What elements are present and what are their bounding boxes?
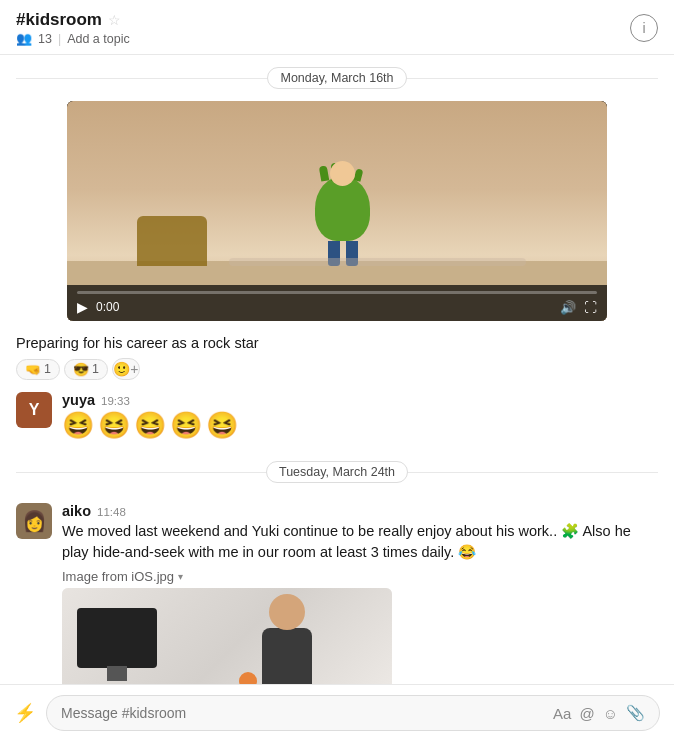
- video-caption-section: Preparing for his career as a rock star …: [0, 325, 674, 384]
- yuya-message: Y yuya 19:33 😆 😆 😆 😆 😆: [0, 384, 674, 449]
- yuya-message-content: yuya 19:33 😆 😆 😆 😆 😆: [62, 392, 658, 441]
- date-pill-monday: Monday, March 16th: [267, 67, 406, 89]
- date-divider-tuesday: Tuesday, March 24th: [0, 449, 674, 495]
- reaction-fist[interactable]: 🤜 1: [16, 359, 60, 380]
- channel-header: #kidsroom ☆ 👥 13 | Add a topic i: [0, 0, 674, 55]
- aiko-avatar: 👩: [16, 503, 52, 539]
- input-bar: ⚡ Aa @ ☺ 📎: [0, 684, 674, 741]
- star-icon[interactable]: ☆: [108, 12, 121, 28]
- meta-separator: |: [58, 32, 61, 46]
- aiko-message: 👩 aiko 11:48 We moved last weekend and Y…: [0, 495, 674, 684]
- image-label: Image from iOS.jpg: [62, 569, 174, 584]
- image-label-row: Image from iOS.jpg ▾: [62, 569, 658, 584]
- date-pill-tuesday: Tuesday, March 24th: [266, 461, 408, 483]
- progress-bar[interactable]: [77, 291, 597, 294]
- emoji-icon[interactable]: ☺: [603, 705, 618, 722]
- reactions-row: 🤜 1 😎 1 🙂+: [16, 358, 658, 380]
- yuya-avatar: Y: [16, 392, 52, 428]
- dropdown-icon[interactable]: ▾: [178, 571, 183, 582]
- image-preview: [62, 588, 392, 684]
- image-preview-inner: [62, 588, 392, 684]
- yuya-emoji-3: 😆: [134, 410, 166, 441]
- channel-title-row: #kidsroom ☆: [16, 10, 130, 30]
- controls-left: ▶ 0:00: [77, 299, 119, 315]
- aiko-timestamp: 11:48: [97, 506, 126, 518]
- attach-icon[interactable]: 📎: [626, 704, 645, 722]
- rug: [229, 258, 526, 266]
- date-divider-monday: Monday, March 16th: [0, 55, 674, 101]
- reaction-emoji-1: 🤜: [25, 362, 41, 377]
- aiko-message-text: We moved last weekend and Yuki continue …: [62, 523, 631, 560]
- members-count: 13: [38, 32, 52, 46]
- channel-name: #kidsroom: [16, 10, 102, 30]
- basket: [137, 216, 207, 266]
- info-button[interactable]: i: [630, 14, 658, 42]
- video-caption: Preparing for his career as a rock star: [16, 335, 259, 351]
- child-head: [330, 161, 355, 186]
- spike1: [319, 165, 329, 181]
- yuya-sender-name: yuya: [62, 392, 95, 408]
- person-head: [269, 594, 305, 630]
- members-icon: 👥: [16, 31, 32, 46]
- reaction-count-1: 1: [44, 362, 51, 376]
- spike4: [354, 168, 364, 181]
- aiko-sender-name: aiko: [62, 503, 91, 519]
- video-container: ▶ 0:00 🔊 ⛶: [0, 101, 674, 325]
- time-display: 0:00: [96, 300, 119, 314]
- reaction-count-2: 1: [92, 362, 99, 376]
- controls-right: 🔊 ⛶: [560, 300, 597, 315]
- yuya-emoji-2: 😆: [98, 410, 130, 441]
- reaction-emoji-2: 😎: [73, 362, 89, 377]
- add-topic-link[interactable]: Add a topic: [67, 32, 130, 46]
- reaction-cool[interactable]: 😎 1: [64, 359, 108, 380]
- play-button[interactable]: ▶: [77, 299, 88, 315]
- aiko-message-header: aiko 11:48: [62, 503, 658, 519]
- yuya-emoji-5: 😆: [206, 410, 238, 441]
- add-reaction-icon: 🙂+: [113, 361, 138, 377]
- video-thumbnail: ▶ 0:00 🔊 ⛶: [67, 101, 607, 321]
- yuya-emojis: 😆 😆 😆 😆 😆: [62, 410, 658, 441]
- monitor: [77, 608, 157, 668]
- message-input-wrapper: Aa @ ☺ 📎: [46, 695, 660, 731]
- format-icon[interactable]: Aa: [553, 705, 571, 722]
- person-body: [262, 628, 312, 684]
- add-reaction-button[interactable]: 🙂+: [112, 358, 140, 380]
- orange-item: [239, 672, 257, 684]
- message-input[interactable]: [61, 705, 553, 721]
- input-actions: Aa @ ☺ 📎: [553, 704, 645, 722]
- yuya-emoji-4: 😆: [170, 410, 202, 441]
- fullscreen-icon[interactable]: ⛶: [584, 300, 597, 315]
- yuya-message-header: yuya 19:33: [62, 392, 658, 408]
- header-left: #kidsroom ☆ 👥 13 | Add a topic: [16, 10, 130, 46]
- image-attachment: Image from iOS.jpg ▾: [62, 569, 658, 684]
- bolt-icon[interactable]: ⚡: [14, 702, 36, 724]
- video-controls: ▶ 0:00 🔊 ⛶: [67, 285, 607, 321]
- monitor-stand: [107, 666, 127, 681]
- child-figure: [315, 176, 370, 266]
- yuya-timestamp: 19:33: [101, 395, 130, 407]
- at-icon[interactable]: @: [579, 705, 594, 722]
- aiko-message-content: aiko 11:48 We moved last weekend and Yuk…: [62, 503, 658, 684]
- volume-icon[interactable]: 🔊: [560, 300, 576, 315]
- chat-area: Monday, March 16th: [0, 55, 674, 684]
- controls-row: ▶ 0:00 🔊 ⛶: [77, 299, 597, 315]
- yuya-emoji-1: 😆: [62, 410, 94, 441]
- channel-meta: 👥 13 | Add a topic: [16, 31, 130, 46]
- video-wrapper: ▶ 0:00 🔊 ⛶: [67, 101, 607, 321]
